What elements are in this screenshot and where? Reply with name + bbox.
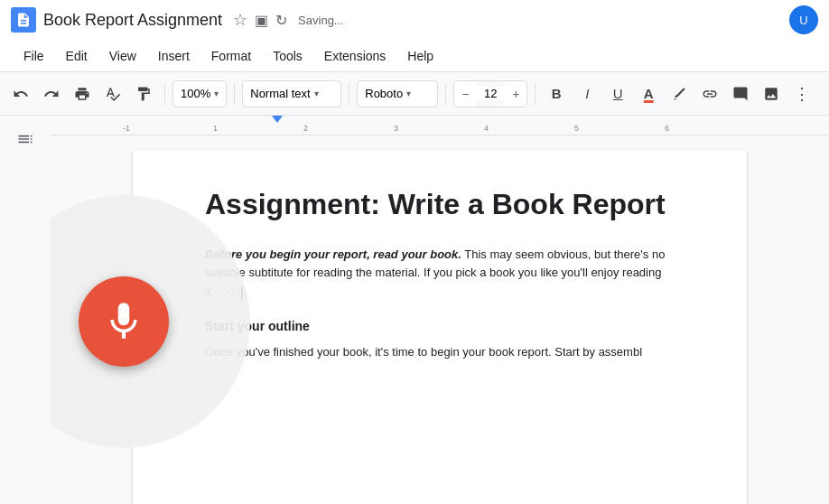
title-bar: Book Report Assignment ☆ ▣ ↻ Saving... U: [0, 0, 829, 40]
section-1-body: Once you've finished your book, it's tim…: [205, 343, 693, 362]
section-1: Start your outline Once you've finished …: [205, 316, 693, 362]
menu-item-view[interactable]: View: [100, 45, 145, 67]
ruler: -1 1 2 3 4 5 6: [51, 116, 829, 135]
more-icon: ⋮: [794, 84, 810, 104]
font-family-value: Roboto: [365, 87, 403, 100]
toolbar: 100% ▾ Normal text ▾ Roboto ▾ − + B I U …: [0, 72, 829, 116]
paragraph-1: Before you begin your report, read your …: [205, 246, 693, 302]
underline-button[interactable]: U: [604, 80, 631, 107]
bold-label: B: [552, 86, 562, 101]
drive-icon[interactable]: ▣: [255, 12, 268, 29]
voice-overlay: [51, 195, 250, 448]
section-1-text: Once you've finished your book, it's tim…: [205, 345, 642, 359]
font-size-control: − +: [453, 80, 527, 107]
document-body[interactable]: Before you begin your report, read your …: [205, 246, 693, 363]
menu-item-file[interactable]: File: [14, 45, 53, 67]
ruler-mark-4: 4: [484, 124, 489, 133]
ruler-mark-1: 1: [213, 124, 218, 133]
ruler-mark-6: 6: [665, 124, 669, 133]
highlight-button[interactable]: [666, 80, 693, 107]
document-area: -1 1 2 3 4 5 6: [51, 116, 829, 504]
font-size-increase-button[interactable]: +: [505, 80, 526, 107]
section-1-title: Start your outline: [205, 316, 693, 336]
font-size-decrease-button[interactable]: −: [454, 80, 476, 107]
paint-format-button[interactable]: [130, 80, 157, 107]
separator-1: [164, 83, 165, 105]
font-family-selector[interactable]: Roboto ▾: [357, 80, 438, 107]
undo-button[interactable]: [7, 80, 34, 107]
print-button[interactable]: [69, 80, 96, 107]
insert-image-button[interactable]: [758, 80, 785, 107]
zoom-arrow: ▾: [214, 89, 219, 98]
google-docs-icon: [11, 7, 36, 33]
menu-item-help[interactable]: Help: [398, 45, 442, 67]
separator-3: [349, 83, 349, 105]
more-options-button[interactable]: ⋮: [788, 80, 815, 107]
font-color-label: A: [644, 86, 654, 101]
ruler-content: -1 1 2 3 4 5 6: [51, 116, 829, 135]
cloud-sync-icon[interactable]: ↻: [275, 12, 287, 29]
ruler-mark-2: 2: [303, 124, 308, 133]
outline-toggle-button[interactable]: [9, 123, 42, 155]
zoom-selector[interactable]: 100% ▾: [172, 80, 227, 107]
italic-button[interactable]: I: [573, 80, 601, 107]
font-color-button[interactable]: A: [635, 80, 662, 107]
document-page[interactable]: Assignment: Write a Book Report Before y…: [133, 150, 747, 504]
bold-button[interactable]: B: [543, 80, 570, 107]
underline-label: U: [613, 86, 623, 101]
paragraph-arrow: ▾: [314, 89, 319, 98]
ruler-mark-3: 3: [394, 124, 398, 133]
document-title: Book Report Assignment: [43, 11, 222, 30]
ruler-cursor: [272, 116, 283, 123]
voice-typing-button[interactable]: [79, 276, 169, 367]
title-action-icons: ☆ ▣ ↻: [233, 10, 287, 30]
separator-5: [535, 83, 536, 105]
italic-label: I: [585, 86, 589, 101]
ruler-mark-5: 5: [574, 124, 579, 133]
user-avatar[interactable]: U: [789, 5, 818, 34]
font-size-input[interactable]: [476, 87, 505, 100]
separator-4: [445, 83, 446, 105]
page-scroll-area[interactable]: Assignment: Write a Book Report Before y…: [51, 135, 829, 504]
star-icon[interactable]: ☆: [233, 10, 247, 30]
redo-button[interactable]: [38, 80, 65, 107]
paragraph-style-value: Normal text: [250, 87, 310, 100]
insert-comment-button[interactable]: [727, 80, 754, 107]
spellcheck-button[interactable]: [99, 80, 126, 107]
menu-item-tools[interactable]: Tools: [264, 45, 312, 67]
menu-item-format[interactable]: Format: [202, 45, 260, 67]
menu-item-extensions[interactable]: Extensions: [315, 45, 395, 67]
saving-status: Saving...: [298, 14, 344, 27]
main-area: -1 1 2 3 4 5 6: [0, 116, 829, 504]
zoom-value: 100%: [181, 87, 210, 100]
font-family-arrow: ▾: [406, 89, 411, 98]
separator-2: [234, 83, 235, 105]
menu-item-insert[interactable]: Insert: [149, 45, 199, 67]
paragraph-style-selector[interactable]: Normal text ▾: [242, 80, 341, 107]
bold-italic-text: Before you begin your report, read your …: [205, 247, 461, 261]
insert-link-button[interactable]: [696, 80, 723, 107]
document-heading: Assignment: Write a Book Report: [205, 186, 693, 224]
menu-item-edit[interactable]: Edit: [57, 45, 97, 67]
menu-bar: File Edit View Insert Format Tools Exten…: [0, 40, 829, 72]
ruler-mark-n1: -1: [123, 124, 130, 133]
sidebar: [0, 116, 51, 504]
